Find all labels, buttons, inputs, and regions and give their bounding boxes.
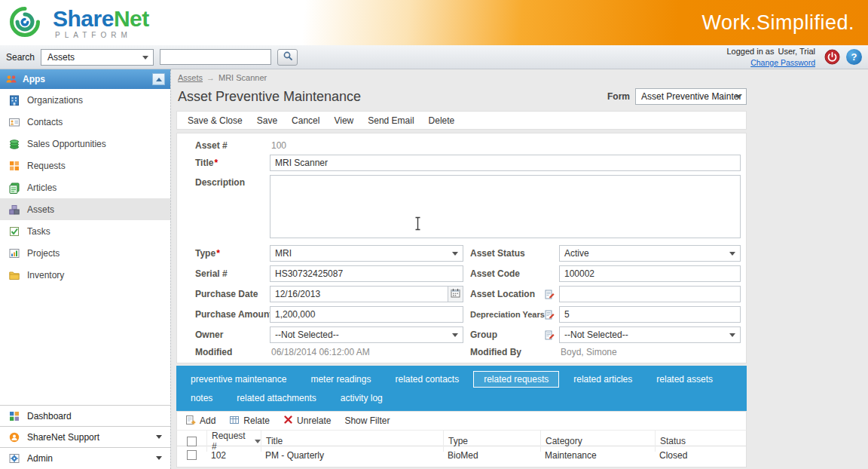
sidebar-item-articles[interactable]: Articles [0, 176, 170, 198]
related-requests-table: Request # Title Type Category Status 102… [176, 431, 747, 467]
form-select[interactable]: Asset Preventive Mainter [635, 88, 747, 105]
save-close-button[interactable]: Save & Close [188, 115, 243, 126]
unrelate-button[interactable]: Unrelate [283, 415, 331, 427]
relate-icon [229, 415, 240, 428]
cell-type: BioMed [443, 450, 540, 461]
sidebar-item-assets[interactable]: Assets [0, 198, 170, 220]
sidebar-item-projects[interactable]: Projects [0, 242, 170, 264]
cancel-button[interactable]: Cancel [292, 115, 319, 126]
view-button[interactable]: View [334, 115, 353, 126]
sidebar-item-label: Articles [27, 182, 57, 193]
select-all-checkbox[interactable] [187, 437, 197, 446]
column-header-title[interactable]: Title [261, 431, 443, 452]
sidebar-item-organizations[interactable]: Organizations [0, 89, 170, 111]
group-label: Group [470, 330, 559, 340]
sidebar-item-sales-opportunities[interactable]: Sales Opportunities [0, 133, 170, 155]
column-header-category[interactable]: Category [540, 431, 655, 452]
group-select[interactable]: --Not Selected-- [559, 326, 741, 343]
asset-status-select[interactable]: Active [559, 245, 741, 262]
sharenet-logo-icon [8, 5, 42, 42]
tab-related-assets[interactable]: related assets [646, 371, 723, 388]
column-header-request-number[interactable]: Request # [206, 431, 261, 452]
purchase-date-input[interactable] [270, 286, 463, 302]
apps-header-label: Apps [23, 74, 45, 84]
add-button[interactable]: Add [185, 415, 215, 428]
owner-select[interactable]: --Not Selected-- [270, 326, 463, 343]
field-row-amount-depreciation: Purchase Amount Depreciation Years [195, 306, 741, 323]
tab-related-requests[interactable]: related requests [473, 371, 559, 388]
requests-icon [8, 160, 20, 172]
search-input[interactable] [160, 49, 271, 65]
add-icon [185, 415, 196, 428]
form-selector: Form Asset Preventive Mainter [607, 88, 747, 105]
sidebar-item-label: Organizations [27, 95, 83, 106]
articles-icon [8, 182, 20, 194]
row-checkbox[interactable] [187, 450, 197, 460]
description-label: Description [195, 175, 270, 188]
type-select[interactable]: MRI [270, 245, 463, 262]
sidebar-item-requests[interactable]: Requests [0, 155, 170, 176]
collapse-apps-button[interactable] [152, 73, 165, 85]
modified-value: 06/18/2014 06:12:00 AM [270, 347, 463, 357]
breadcrumb-current: MRI Scanner [219, 73, 267, 82]
group-lookup-icon[interactable] [545, 330, 555, 340]
owner-label: Owner [195, 330, 270, 340]
chevron-down-icon [142, 56, 148, 60]
select-all-cell [177, 431, 206, 452]
apps-header[interactable]: Apps [0, 69, 170, 89]
asset-location-lookup-icon[interactable] [545, 290, 555, 299]
sidebar-item-label: ShareNet Support [27, 432, 99, 443]
asset-code-input[interactable] [559, 265, 741, 282]
search-scope-select[interactable]: Assets [41, 49, 154, 66]
apps-list: Organizations Contacts [0, 89, 170, 286]
tab-notes[interactable]: notes [181, 390, 222, 406]
logo-text: ShareNet PLATFORM [53, 8, 149, 39]
column-header-status[interactable]: Status [655, 431, 746, 452]
sidebar-item-label: Dashboard [27, 411, 72, 421]
depreciation-years-lookup-icon[interactable] [545, 310, 555, 320]
title-input[interactable] [270, 155, 741, 171]
sidebar-item-contacts[interactable]: Contacts [0, 111, 170, 133]
breadcrumb: Assets→MRI Scanner [178, 73, 747, 82]
breadcrumb-assets-link[interactable]: Assets [178, 73, 203, 82]
depreciation-years-input[interactable] [559, 306, 741, 323]
sidebar-item-admin[interactable]: Admin [0, 447, 170, 468]
login-info: Logged in asUser, Trial Change Password [726, 47, 818, 68]
calendar-button[interactable] [448, 287, 463, 302]
tab-meter-readings[interactable]: meter readings [301, 371, 381, 388]
search-scope-value: Assets [47, 52, 75, 63]
sidebar-item-label: Projects [27, 248, 60, 259]
tab-activity-log[interactable]: activity log [331, 390, 393, 406]
sidebar-item-tasks[interactable]: Tasks [0, 220, 170, 242]
purchase-amount-input[interactable] [270, 306, 463, 323]
purchase-amount-label: Purchase Amount [195, 309, 270, 320]
show-filter-button[interactable]: Show Filter [344, 415, 390, 426]
sidebar-item-sharenet-support[interactable]: ShareNet Support [0, 426, 170, 447]
help-icon[interactable]: ? [846, 49, 862, 65]
save-button[interactable]: Save [257, 115, 277, 126]
description-textarea[interactable] [270, 175, 741, 238]
asset-status-value: Active [564, 248, 589, 259]
relate-button[interactable]: Relate [229, 415, 270, 428]
field-row-title: Title* [195, 155, 741, 171]
logged-in-prefix: Logged in as [726, 47, 774, 56]
tab-related-attachments[interactable]: related attachments [227, 390, 326, 406]
sidebar-item-dashboard[interactable]: Dashboard [0, 405, 170, 426]
power-icon[interactable] [824, 49, 840, 65]
sidebar-item-inventory[interactable]: Inventory [0, 264, 170, 286]
asset-location-input[interactable] [559, 286, 741, 302]
send-email-button[interactable]: Send Email [368, 115, 414, 126]
brand-platform: PLATFORM [53, 31, 149, 39]
tab-related-contacts[interactable]: related contacts [385, 371, 469, 388]
asset-code-label: Asset Code [470, 268, 559, 279]
tab-preventive-maintenance[interactable]: preventive maintenance [181, 371, 296, 388]
delete-button[interactable]: Delete [429, 115, 455, 126]
type-label: Type* [195, 248, 270, 259]
table-header: Request # Title Type Category Status [177, 431, 746, 446]
change-password-link[interactable]: Change Password [750, 58, 815, 67]
tab-related-articles[interactable]: related articles [564, 371, 642, 388]
required-marker: * [214, 158, 218, 168]
serial-input[interactable] [270, 265, 463, 282]
column-header-type[interactable]: Type [443, 431, 540, 452]
search-button[interactable] [277, 49, 298, 66]
